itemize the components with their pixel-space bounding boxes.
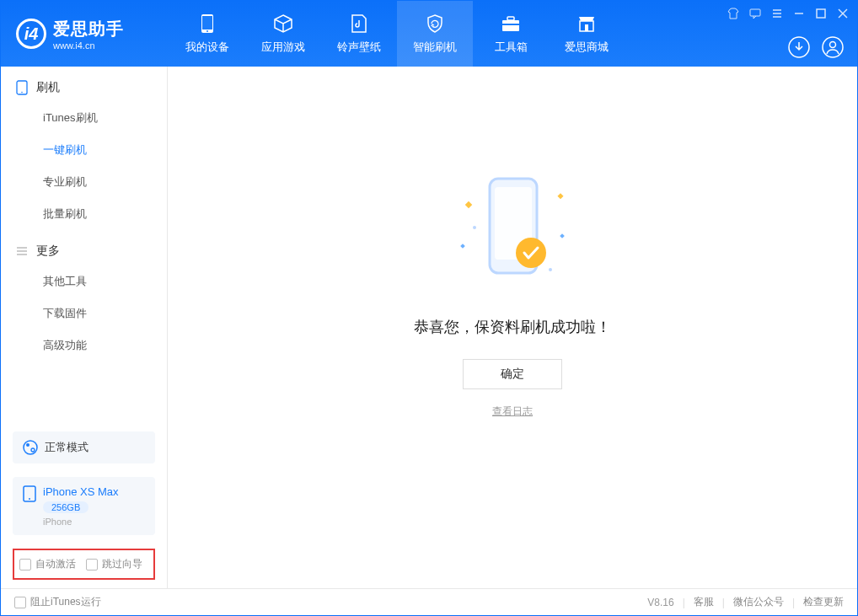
- list-icon: [16, 245, 28, 257]
- support-link[interactable]: 客服: [694, 595, 714, 609]
- user-icon[interactable]: [822, 36, 844, 58]
- sidebar-item-other-tools[interactable]: 其他工具: [1, 265, 167, 297]
- check-update-link[interactable]: 检查更新: [803, 595, 844, 609]
- checkbox-icon: [19, 559, 31, 570]
- checkbox-skip-guide[interactable]: 跳过向导: [86, 557, 142, 571]
- sidebar-section-flash: 刷机: [1, 67, 167, 102]
- success-message: 恭喜您，保资料刷机成功啦！: [414, 317, 611, 337]
- svg-point-18: [830, 42, 836, 48]
- svg-rect-34: [460, 244, 465, 249]
- main-content: 恭喜您，保资料刷机成功啦！ 确定 查看日志: [168, 67, 857, 588]
- sidebar: 刷机 iTunes刷机 一键刷机 专业刷机 批量刷机 更多 其他工具 下载固件 …: [1, 67, 168, 588]
- wechat-link[interactable]: 微信公众号: [733, 595, 784, 609]
- feedback-icon[interactable]: [749, 8, 761, 22]
- sidebar-item-batch-flash[interactable]: 批量刷机: [1, 198, 167, 230]
- svg-rect-32: [465, 201, 472, 208]
- sidebar-item-itunes-flash[interactable]: iTunes刷机: [1, 102, 167, 134]
- svg-point-28: [29, 498, 30, 500]
- svg-point-24: [24, 441, 37, 454]
- checkbox-block-itunes[interactable]: 阻止iTunes运行: [14, 595, 101, 609]
- menu-icon[interactable]: [771, 8, 783, 22]
- sidebar-item-oneclick-flash[interactable]: 一键刷机: [1, 134, 167, 166]
- logo-icon: i4: [16, 19, 46, 49]
- svg-rect-1: [202, 16, 212, 29]
- svg-rect-33: [557, 193, 563, 199]
- cube-icon: [273, 13, 293, 35]
- titlebar-controls: [727, 8, 849, 22]
- version-label: V8.16: [647, 597, 673, 608]
- device-icon: [201, 13, 214, 35]
- svg-point-31: [516, 238, 546, 268]
- svg-rect-8: [750, 9, 760, 16]
- ok-button[interactable]: 确定: [463, 359, 562, 389]
- flash-options-highlight: 自动激活 跳过向导: [13, 549, 155, 580]
- svg-point-2: [206, 30, 208, 32]
- app-body: 刷机 iTunes刷机 一键刷机 专业刷机 批量刷机 更多 其他工具 下载固件 …: [1, 67, 857, 588]
- mode-icon: [23, 440, 38, 455]
- svg-rect-13: [817, 9, 825, 18]
- minimize-button[interactable]: [793, 8, 805, 22]
- sidebar-item-download-firmware[interactable]: 下载固件: [1, 297, 167, 329]
- shirt-icon[interactable]: [727, 8, 739, 22]
- svg-rect-5: [502, 24, 519, 25]
- checkbox-icon: [86, 559, 98, 570]
- tab-apps-games[interactable]: 应用游戏: [245, 1, 321, 67]
- device-subtype: iPhone: [43, 517, 119, 527]
- status-bar: 阻止iTunes运行 V8.16 | 客服 | 微信公众号 | 检查更新: [1, 588, 857, 615]
- phone-outline-icon: [16, 80, 28, 95]
- app-url: www.i4.cn: [53, 40, 124, 51]
- shield-refresh-icon: [425, 13, 445, 35]
- device-info-card[interactable]: iPhone XS Max 256GB iPhone: [13, 477, 155, 535]
- checkbox-auto-activate[interactable]: 自动激活: [19, 557, 76, 571]
- mode-label: 正常模式: [45, 440, 88, 455]
- sidebar-section-more: 更多: [1, 230, 167, 265]
- success-illustration: [441, 169, 584, 295]
- svg-point-36: [473, 226, 476, 229]
- checkbox-icon: [14, 597, 26, 608]
- download-icon[interactable]: [788, 36, 810, 58]
- nav-tabs: 我的设备 应用游戏 铃声壁纸 智能刷机 工具箱 爱思商城: [169, 1, 625, 67]
- svg-point-25: [26, 443, 29, 447]
- device-name: iPhone XS Max: [43, 485, 119, 498]
- music-file-icon: [351, 13, 367, 35]
- svg-point-37: [549, 268, 552, 271]
- phone-icon: [23, 485, 36, 502]
- tab-ringtones-wallpapers[interactable]: 铃声壁纸: [321, 1, 397, 67]
- storage-pill: 256GB: [43, 501, 88, 513]
- app-name: 爱思助手: [53, 18, 124, 40]
- svg-rect-4: [507, 17, 514, 20]
- store-icon: [576, 13, 597, 35]
- svg-point-26: [31, 448, 35, 452]
- tab-store[interactable]: 爱思商城: [549, 1, 625, 67]
- svg-rect-3: [502, 20, 519, 31]
- view-log-link[interactable]: 查看日志: [492, 404, 533, 419]
- maximize-button[interactable]: [815, 8, 827, 22]
- logo-area: i4 爱思助手 www.i4.cn: [1, 1, 169, 67]
- tab-smart-flash[interactable]: 智能刷机: [397, 1, 473, 67]
- app-header: i4 爱思助手 www.i4.cn 我的设备 应用游戏 铃声壁纸 智能刷机 工具…: [1, 1, 857, 67]
- logo-text: 爱思助手 www.i4.cn: [53, 18, 124, 51]
- sidebar-item-advanced[interactable]: 高级功能: [1, 329, 167, 362]
- sidebar-item-pro-flash[interactable]: 专业刷机: [1, 166, 167, 198]
- svg-rect-7: [585, 24, 588, 31]
- svg-rect-35: [560, 233, 565, 238]
- tab-my-device[interactable]: 我的设备: [169, 1, 245, 67]
- header-actions: [788, 36, 844, 58]
- device-mode-card[interactable]: 正常模式: [13, 431, 155, 463]
- tab-toolbox[interactable]: 工具箱: [473, 1, 549, 67]
- toolbox-icon: [501, 13, 521, 35]
- svg-point-20: [21, 92, 23, 94]
- close-button[interactable]: [837, 8, 849, 22]
